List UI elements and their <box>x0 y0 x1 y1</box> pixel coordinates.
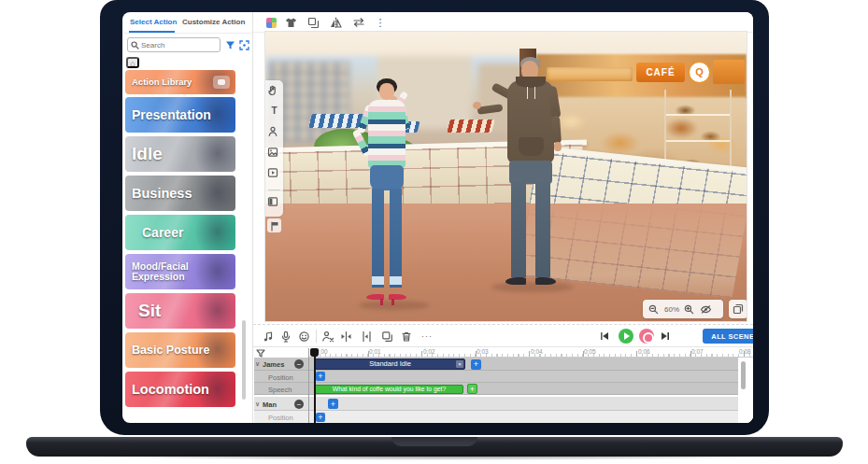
microphone-button[interactable] <box>280 329 295 344</box>
add-speech-james-button[interactable]: + <box>467 384 477 394</box>
character-man[interactable] <box>492 57 573 294</box>
palette-icon <box>266 18 277 28</box>
scene-panel-icon <box>267 196 278 207</box>
duplicate-button[interactable] <box>307 15 322 30</box>
skip-start-button[interactable] <box>599 329 614 344</box>
timeline-more-button[interactable]: ··· <box>420 329 434 344</box>
character-woman[interactable] <box>354 78 420 310</box>
copy-clip-button[interactable] <box>381 329 396 344</box>
all-scenes-button[interactable]: ALL SCENES <box>703 329 753 344</box>
clip-speech[interactable]: What kind of coffe would you like to get… <box>315 385 463 394</box>
search-input[interactable] <box>141 39 218 50</box>
add-action-james-button[interactable]: + <box>471 359 481 370</box>
add-position-james-button[interactable]: + <box>316 372 325 381</box>
audio-button[interactable] <box>263 329 277 344</box>
record-button[interactable] <box>639 329 654 344</box>
home-icon: ⌂ <box>130 59 135 68</box>
track-filter-icon <box>256 349 265 358</box>
cafe-sign-right <box>713 60 745 84</box>
panel-scrollbar[interactable] <box>242 320 246 400</box>
fit-view-icon <box>239 40 249 50</box>
playhead-handle[interactable] <box>310 348 319 357</box>
man-jeans <box>509 161 552 184</box>
man-sneakers <box>505 277 526 285</box>
delete-clip-button[interactable] <box>401 329 416 344</box>
track-row-man-position[interactable] <box>254 411 753 423</box>
hide-ui-button[interactable] <box>700 303 713 315</box>
play-button[interactable] <box>619 329 633 344</box>
category-locomotion[interactable]: Locomotion <box>125 372 235 407</box>
clip-close-icon[interactable]: × <box>456 360 463 368</box>
track-name-james[interactable]: James <box>263 360 284 369</box>
skip-end-button[interactable] <box>660 329 675 344</box>
playhead[interactable] <box>314 348 316 423</box>
track-filter-button[interactable] <box>256 348 267 358</box>
more-button[interactable]: ⋮ <box>373 15 388 30</box>
snapshot-button[interactable] <box>729 300 747 318</box>
swap-button[interactable] <box>352 15 367 30</box>
search-icon <box>131 41 139 49</box>
viewport-zoom-controls: 60% <box>643 300 723 318</box>
video-icon <box>267 167 278 178</box>
scene-panel-button[interactable] <box>267 194 281 208</box>
category-business[interactable]: Business <box>125 176 235 211</box>
timeline-tracks: ∨ James − Position Speech ∨ Man − Positi… <box>253 348 753 423</box>
text-tool-button[interactable]: T <box>267 104 281 118</box>
category-presentation[interactable]: Presentation <box>125 97 235 133</box>
track-name-man-position[interactable]: Position <box>268 414 293 422</box>
cafe-sign: CAFÉ <box>636 63 685 82</box>
collapse-james-icon[interactable]: ∨ <box>255 360 260 368</box>
remove-actor-button[interactable] <box>321 329 336 344</box>
woman-jeans <box>370 165 404 190</box>
zoom-in-button[interactable] <box>684 303 695 315</box>
video-tool-button[interactable] <box>267 165 281 179</box>
category-mood-facial-expression[interactable]: Mood/Facial Expression <box>125 254 235 289</box>
category-idle[interactable]: Idle <box>125 136 235 172</box>
wardrobe-button[interactable] <box>285 15 300 30</box>
marker-tool-button[interactable] <box>267 218 281 232</box>
clip-standard-idle[interactable]: Standard Idle × <box>315 359 465 370</box>
add-position-man-button[interactable]: + <box>316 413 325 422</box>
mirror-flip-icon <box>330 17 342 29</box>
tab-select-action[interactable]: Select Action <box>130 18 177 26</box>
zoom-out-icon <box>648 304 659 315</box>
track-name-speech[interactable]: Speech <box>268 386 292 394</box>
tab-customize-action[interactable]: Customize Action <box>182 18 245 26</box>
timeline-toolbar: ··· ALL SCENES − + FIT <box>253 324 753 347</box>
scene-style-button[interactable] <box>264 15 279 30</box>
tracks-scrollbar[interactable] <box>741 361 746 389</box>
filter-button[interactable] <box>225 39 236 50</box>
home-button[interactable]: ⌂ <box>126 57 139 68</box>
track-name-man[interactable]: Man <box>263 401 277 409</box>
add-action-man-button[interactable]: + <box>328 399 338 409</box>
track-row-position[interactable] <box>254 371 753 383</box>
collapse-man-icon[interactable]: ∨ <box>255 401 260 408</box>
image-tool-button[interactable] <box>267 145 281 159</box>
timeline-ruler[interactable]: 0:00 0:01 0:02 0:03 0:04 0:05 0:06 0:07 … <box>309 348 753 358</box>
laptop-shadow <box>9 455 859 461</box>
expression-button[interactable] <box>298 329 313 344</box>
man-options-button[interactable]: − <box>294 400 304 409</box>
category-action-library[interactable]: Action Library <box>125 70 235 94</box>
zoom-out-button[interactable] <box>648 303 660 315</box>
category-career[interactable]: Career <box>125 215 235 250</box>
laptop-mockup: Select Action Customize Action ⌂ Action … <box>0 0 868 464</box>
trim-left-button[interactable] <box>340 329 355 344</box>
fit-view-button[interactable] <box>239 39 250 50</box>
woman-striped-shirt <box>368 100 406 168</box>
category-basic-posture[interactable]: Basic Posture <box>125 332 235 368</box>
character-tool-button[interactable] <box>267 124 281 138</box>
track-name-position[interactable]: Position <box>268 373 293 382</box>
category-sit[interactable]: Sit <box>125 293 235 329</box>
viewport-scene[interactable]: CAFÉ Q <box>264 31 747 322</box>
trim-right-button[interactable] <box>361 329 376 344</box>
skip-end-icon <box>660 330 671 342</box>
laptop-base-notch <box>391 437 477 446</box>
awning-red <box>447 120 494 133</box>
mirror-button[interactable] <box>330 15 345 30</box>
search-box[interactable] <box>127 37 221 52</box>
viewport-tool-rail: T <box>265 80 283 217</box>
face-icon <box>298 330 310 343</box>
james-options-button[interactable]: − <box>294 359 304 369</box>
pan-tool-button[interactable] <box>267 83 281 97</box>
